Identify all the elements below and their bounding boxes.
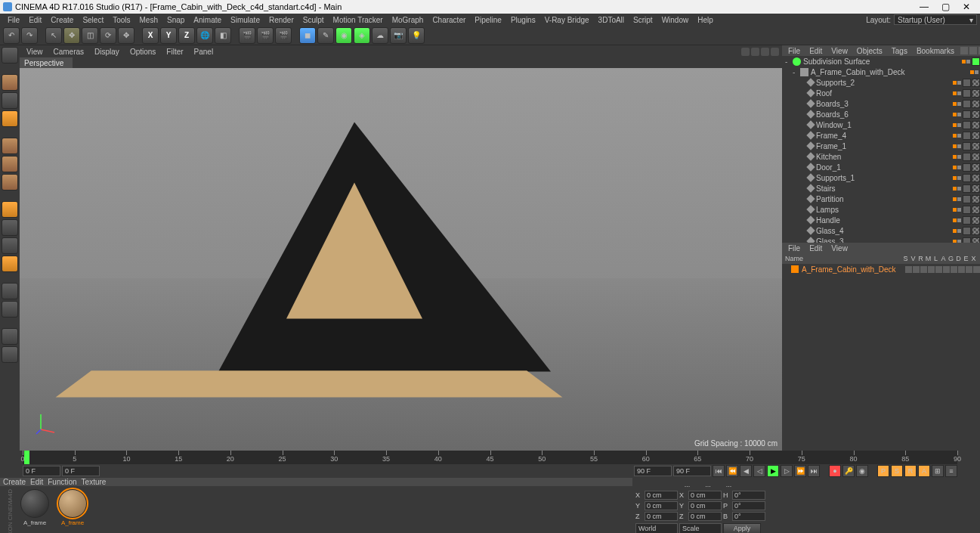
menu-select[interactable]: Select bbox=[78, 16, 108, 24]
matmenu-edit[interactable]: Edit bbox=[30, 478, 43, 486]
object-tree[interactable]: -Subdivision Surface-A_Frame_Cabin_with_… bbox=[782, 56, 980, 243]
goto-start-button[interactable]: ⏮ bbox=[713, 465, 725, 477]
menu-simulate[interactable]: Simulate bbox=[226, 16, 264, 24]
scale-tool[interactable]: ◫ bbox=[82, 27, 98, 44]
menu-file[interactable]: File bbox=[3, 16, 24, 24]
tree-row[interactable]: Glass_3 bbox=[782, 236, 980, 243]
menu-plugins[interactable]: Plugins bbox=[506, 16, 540, 24]
coord-field[interactable] bbox=[645, 501, 678, 510]
coord-field[interactable] bbox=[645, 491, 678, 500]
deformer-tool[interactable]: ◈ bbox=[354, 27, 370, 44]
tweak-mode[interactable] bbox=[2, 219, 18, 236]
range-end-field[interactable] bbox=[634, 466, 672, 476]
vpmenu-view[interactable]: View bbox=[23, 48, 47, 56]
next-frame-button[interactable]: ▷ bbox=[781, 465, 793, 477]
viewport-nav-icon[interactable] bbox=[761, 48, 769, 56]
snap-mode[interactable] bbox=[2, 237, 18, 254]
viewport-config-icon[interactable] bbox=[741, 48, 750, 56]
edge-mode[interactable] bbox=[2, 156, 18, 172]
light-tool[interactable]: 💡 bbox=[408, 27, 425, 44]
playhead[interactable] bbox=[24, 451, 29, 464]
current-frame-field[interactable] bbox=[62, 466, 100, 476]
z-axis-lock[interactable]: Z bbox=[178, 27, 195, 44]
primitive-cube[interactable]: ◼ bbox=[299, 27, 316, 44]
menu-script[interactable]: Script bbox=[629, 16, 657, 24]
takemenu-view[interactable]: View bbox=[828, 244, 851, 253]
timeline-ruler[interactable]: 051015202530354045505560657075808590 bbox=[23, 451, 957, 464]
tree-row[interactable]: Window_1 bbox=[782, 119, 980, 130]
workplane-mode[interactable] bbox=[2, 110, 18, 127]
search-icon[interactable] bbox=[960, 47, 968, 54]
animation-mode[interactable] bbox=[2, 301, 18, 318]
coord-space-dropdown[interactable]: World bbox=[635, 523, 678, 533]
pen-tool[interactable]: ✎ bbox=[317, 27, 334, 44]
y-axis-lock[interactable]: Y bbox=[160, 27, 177, 44]
vpmenu-panel[interactable]: Panel bbox=[190, 48, 218, 56]
tree-row[interactable]: -A_Frame_Cabin_with_Deck bbox=[782, 67, 980, 77]
objmenu-objects[interactable]: Objects bbox=[854, 47, 886, 55]
coord-field[interactable] bbox=[732, 512, 765, 521]
render-view[interactable]: 🎬 bbox=[239, 27, 255, 44]
tree-row[interactable]: Roof bbox=[782, 88, 980, 98]
layout-dropdown[interactable]: Startup (User)▾ bbox=[894, 14, 977, 25]
vpmenu-display[interactable]: Display bbox=[91, 48, 123, 56]
undo-button[interactable]: ↶ bbox=[3, 27, 20, 44]
texture-mode[interactable] bbox=[2, 92, 18, 109]
play-forward-button[interactable]: ▶ bbox=[767, 465, 779, 477]
max-frame-field[interactable] bbox=[673, 466, 711, 476]
coord-field[interactable] bbox=[732, 491, 765, 500]
render-region[interactable]: 🎬 bbox=[257, 27, 274, 44]
menu-mesh[interactable]: Mesh bbox=[135, 16, 162, 24]
render-settings[interactable]: 🎬 bbox=[275, 27, 292, 44]
tree-row[interactable]: Lamps bbox=[782, 204, 980, 215]
menu-character[interactable]: Character bbox=[428, 16, 470, 24]
goto-next-key-button[interactable]: ⏩ bbox=[794, 465, 806, 477]
tree-row[interactable]: Handle bbox=[782, 215, 980, 225]
vpmenu-filter[interactable]: Filter bbox=[162, 48, 187, 56]
viewport-3d[interactable]: Grid Spacing : 10000 cm bbox=[20, 68, 782, 451]
menu-window[interactable]: Window bbox=[657, 16, 694, 24]
view-icon[interactable] bbox=[969, 47, 977, 54]
tree-row[interactable]: Supports_1 bbox=[782, 172, 980, 183]
menu-render[interactable]: Render bbox=[264, 16, 298, 24]
coord-field[interactable] bbox=[645, 512, 678, 521]
vpmenu-cameras[interactable]: Cameras bbox=[50, 48, 88, 56]
select-tool[interactable]: ↖ bbox=[45, 27, 62, 44]
tree-row[interactable]: Stairs bbox=[782, 183, 980, 194]
minimize-button[interactable]: — bbox=[914, 1, 935, 13]
environment-tool[interactable]: ☁ bbox=[372, 27, 388, 44]
make-editable[interactable] bbox=[2, 47, 18, 64]
goto-end-button[interactable]: ⏭ bbox=[808, 465, 820, 477]
coord-field[interactable] bbox=[732, 501, 765, 510]
point-mode[interactable] bbox=[2, 138, 18, 154]
menu-3dtoall[interactable]: 3DToAll bbox=[594, 16, 629, 24]
prev-frame-button[interactable]: ◀ bbox=[740, 465, 752, 477]
takemenu-edit[interactable]: Edit bbox=[806, 244, 825, 253]
menu-snap[interactable]: Snap bbox=[162, 16, 189, 24]
axis-mode[interactable] bbox=[2, 201, 18, 218]
matmenu-texture[interactable]: Texture bbox=[82, 478, 107, 486]
tree-row[interactable]: -Subdivision Surface bbox=[782, 56, 980, 67]
generator-tool[interactable]: ◉ bbox=[335, 27, 352, 44]
keyframe-sel-button[interactable]: ◉ bbox=[856, 465, 868, 477]
material-thumb[interactable]: A_frame bbox=[18, 489, 51, 526]
menu-help[interactable]: Help bbox=[693, 16, 718, 24]
rot-key-button[interactable]: R bbox=[904, 465, 917, 477]
tree-row[interactable]: Glass_4 bbox=[782, 225, 980, 236]
viewport-hud-icon[interactable] bbox=[751, 48, 759, 56]
menu-pipeline[interactable]: Pipeline bbox=[470, 16, 506, 24]
goto-prev-key-button[interactable]: ⏪ bbox=[726, 465, 738, 477]
apply-button[interactable]: Apply bbox=[723, 523, 761, 533]
menu-create[interactable]: Create bbox=[46, 16, 78, 24]
rotate-tool[interactable]: ⟳ bbox=[100, 27, 116, 44]
objmenu-tags[interactable]: Tags bbox=[889, 47, 910, 55]
take-row[interactable]: A_Frame_Cabin_with_Deck bbox=[782, 264, 980, 274]
python-tag[interactable] bbox=[2, 328, 18, 345]
viewport-solo[interactable] bbox=[2, 256, 18, 272]
autokey-button[interactable]: 🔑 bbox=[842, 465, 855, 477]
menu-edit[interactable]: Edit bbox=[24, 16, 46, 24]
param-key-button[interactable]: A bbox=[918, 465, 930, 477]
tree-row[interactable]: Frame_4 bbox=[782, 130, 980, 141]
move-tool[interactable]: ✥ bbox=[63, 27, 80, 44]
menu-animate[interactable]: Animate bbox=[189, 16, 226, 24]
